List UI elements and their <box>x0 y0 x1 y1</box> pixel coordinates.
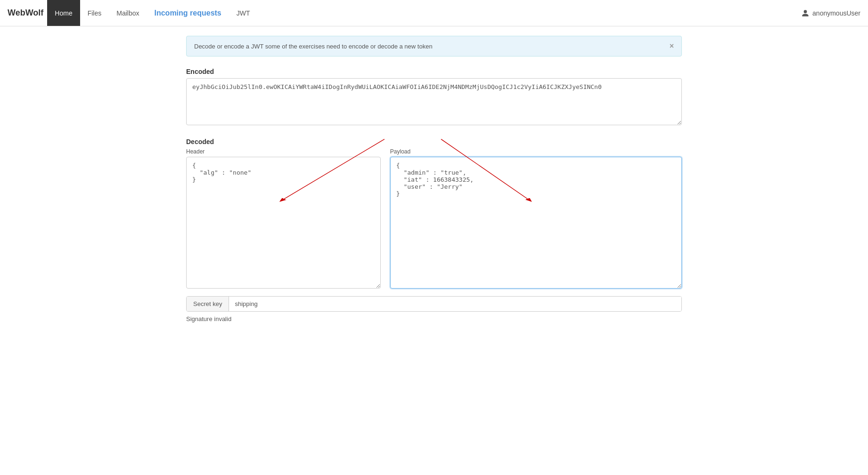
alert-banner: Decode or encode a JWT some of the exerc… <box>186 36 682 56</box>
secret-key-input[interactable] <box>229 297 681 311</box>
nav-item-home[interactable]: Home <box>47 0 80 26</box>
decoded-section: Decoded Header Payload <box>186 138 682 289</box>
alert-close-button[interactable]: × <box>670 42 674 50</box>
secret-key-row: Secret key <box>186 296 682 312</box>
signature-status: Signature invalid <box>186 315 682 322</box>
secret-key-label: Secret key <box>187 297 229 311</box>
person-icon <box>801 9 810 17</box>
header-textarea[interactable] <box>186 157 381 289</box>
header-col: Header <box>186 148 381 289</box>
navbar: WebWolf Home Files Mailbox Incoming requ… <box>0 0 868 26</box>
nav-item-incoming-requests[interactable]: Incoming requests <box>147 0 229 26</box>
payload-label: Payload <box>390 148 682 155</box>
main-content: Decode or encode a JWT some of the exerc… <box>175 26 693 332</box>
payload-col: Payload <box>390 148 682 289</box>
nav-items: Home Files Mailbox Incoming requests JWT <box>47 0 801 26</box>
decoded-label: Decoded <box>186 138 682 145</box>
decoded-row: Header Payload <box>186 148 682 289</box>
encoded-label: Encoded <box>186 68 682 75</box>
user-area: anonymousUser <box>801 9 860 17</box>
nav-item-jwt[interactable]: JWT <box>229 0 258 26</box>
encoded-textarea[interactable] <box>186 78 682 125</box>
header-label: Header <box>186 148 381 155</box>
username: anonymousUser <box>812 9 860 17</box>
payload-textarea[interactable] <box>390 157 682 289</box>
alert-text: Decode or encode a JWT some of the exerc… <box>194 43 433 50</box>
nav-item-mailbox[interactable]: Mailbox <box>109 0 147 26</box>
brand: WebWolf <box>8 8 43 18</box>
nav-item-files[interactable]: Files <box>80 0 109 26</box>
